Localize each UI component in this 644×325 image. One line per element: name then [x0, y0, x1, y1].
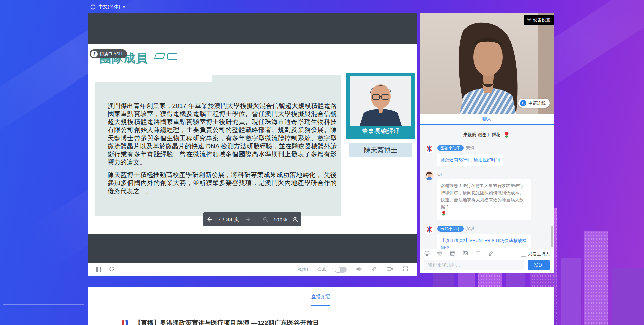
gift-notice: 朱巍巍 赠送了 鲜花 — [425, 131, 549, 139]
username: GF — [437, 172, 443, 177]
zoom-out-button[interactable] — [262, 216, 269, 223]
assistant-avatar-icon — [425, 225, 434, 234]
slide-decor-icon — [167, 53, 177, 60]
gear-icon — [527, 17, 531, 23]
bg-glow-line — [13, 312, 74, 312]
username: 安琪 — [466, 145, 474, 151]
bio-text-panel: 澳門傑出青年創業家，2017 年畢業於澳門大學模擬與混合信號超大規模積體電路國家… — [95, 75, 341, 216]
request-connect-button[interactable]: 申请连线 — [518, 99, 550, 108]
chat-message: 医谷小助手 安琪 路演还有5分钟，请把握好时间 — [425, 144, 549, 166]
flash-icon: f — [91, 51, 98, 57]
bg-glow-line — [3, 304, 84, 305]
line-select[interactable]: 线路1 — [298, 267, 309, 273]
organizer-logo-icon — [121, 319, 128, 325]
assistant-badge: 医谷小助手 — [437, 226, 464, 232]
message-bubble: 【项目路演2】VHUNTER S 现场快速核酸检测仪 — [437, 234, 531, 249]
pen-icon[interactable] — [488, 250, 494, 258]
zoom-in-button[interactable] — [292, 216, 299, 223]
chat-panel: 聊天 朱巍巍 赠送了 鲜花 医谷小助手 安琪 路演还有5分钟 — [420, 114, 554, 273]
stream-title: 【直播】奥港澳政策宣讲与医疗项目路演 —122期广东医谷开放日 — [135, 319, 319, 325]
speaker-portrait — [350, 76, 411, 126]
image-icon[interactable] — [462, 250, 468, 258]
webcast-page: 中文(简体) f 切换FLASH 團隊成員 澳門傑出青年創業家，2017 年畢業… — [0, 0, 644, 325]
message-bubble: 谢谢施总！医疗AI需要大量的有效数据进行持续训练，请问觅光团队如何做到低成本、快… — [437, 179, 531, 220]
caret-down-icon — [122, 6, 126, 8]
rose-icon — [503, 131, 511, 139]
rose-icon — [441, 210, 447, 216]
info-tab-bar: 直播介绍 — [88, 287, 554, 306]
gift-notice-text: 朱巍巍 赠送了 鲜花 — [463, 132, 500, 138]
chat-tab: 聊天 — [420, 114, 554, 125]
chat-message: 医谷小助手 安琪 【项目路演2】VHUNTER S 现场快速核酸检测仪 — [425, 225, 549, 249]
speaker-name: 陳天藍博士 — [349, 143, 412, 157]
user-avatar-icon — [425, 171, 434, 180]
presenter-video: 设备设置 申请连线 — [420, 13, 554, 114]
fullscreen-icon[interactable] — [402, 266, 409, 273]
next-page-button[interactable] — [244, 216, 252, 223]
camera-icon[interactable] — [386, 265, 393, 274]
tab-live-intro[interactable]: 直播介绍 — [310, 287, 331, 306]
only-host-label: 只看主持人 — [528, 251, 550, 257]
card-icon[interactable] — [475, 250, 481, 258]
bio-text: 澳門傑出青年創業家，2017 年畢業於澳門大學模擬與混合信號超大規模積體電路國家… — [108, 102, 337, 195]
danmaku-toggle[interactable] — [335, 267, 347, 273]
refresh-button[interactable] — [109, 266, 115, 273]
zoom-level: 100% — [273, 217, 287, 222]
assistant-avatar-icon — [425, 144, 434, 153]
slide-pagination-bar: 7 / 33 页 | 100% — [203, 212, 301, 226]
speaker-title: 董事長總經理 — [346, 127, 415, 136]
username: 安琪 — [466, 226, 474, 232]
player-control-bar: 线路1 弹幕 — [88, 263, 417, 276]
assistant-badge: 医谷小助手 — [437, 145, 464, 151]
stream-info-section: 直播介绍 【直播】奥港澳政策宣讲与医疗项目路演 —122期广东医谷开放日 — [88, 287, 554, 325]
chat-input-row: 发送 — [420, 259, 554, 273]
speaker-photo-card: 董事長總經理 — [346, 73, 415, 139]
chat-toolbar: 只看主持人 — [420, 249, 554, 259]
only-host-checkbox[interactable] — [521, 252, 526, 257]
chat-input[interactable] — [424, 260, 524, 270]
switch-flash-button[interactable]: f 切换FLASH — [90, 49, 127, 58]
page-indicator: 7 / 33 页 — [218, 216, 240, 223]
switch-line-icon[interactable] — [371, 266, 378, 274]
request-connect-label: 申请连线 — [528, 100, 546, 106]
pagination-divider: | — [256, 217, 258, 222]
prev-page-button[interactable] — [206, 216, 213, 223]
gift-box-icon[interactable] — [449, 250, 455, 258]
switch-flash-label: 切换FLASH — [100, 51, 122, 57]
live-panel: 设备设置 申请连线 聊天 朱巍巍 赠送了 鲜花 — [420, 13, 554, 273]
stream-title-row: 【直播】奥港澳政策宣讲与医疗项目路演 —122期广东医谷开放日 — [88, 306, 554, 325]
language-label: 中文(简体) — [98, 4, 120, 10]
chat-message: GF 谢谢施总！医疗AI需要大量的有效数据进行持续训练，请问觅光团队如何做到低成… — [425, 171, 549, 220]
flower-gift-icon[interactable] — [437, 250, 443, 258]
slide-decor-icon — [154, 53, 165, 59]
volume-icon[interactable] — [356, 266, 362, 274]
device-settings-label: 设备设置 — [533, 17, 550, 23]
language-selector[interactable]: 中文(简体) — [90, 3, 126, 11]
slide-canvas: 團隊成員 澳門傑出青年創業家，2017 年畢業於澳門大學模擬與混合信號超大規模積… — [88, 44, 417, 234]
message-bubble: 路演还有5分钟，请把握好时间 — [437, 154, 503, 166]
device-settings-button[interactable]: 设备设置 — [524, 15, 554, 25]
phone-icon — [520, 100, 526, 106]
chat-scrollbar[interactable] — [551, 226, 553, 247]
danmaku-label: 弹幕 — [317, 267, 326, 273]
pause-button[interactable] — [96, 267, 101, 272]
bio-paragraph: 陳天藍博士積極推動高校產學研創新發展，將科研專案成果成功落地轉化， 先後參加多個… — [108, 171, 337, 195]
globe-icon — [90, 4, 96, 10]
bio-paragraph: 澳門傑出青年創業家，2017 年畢業於澳門大學模擬與混合信號超大規模積體電路國家… — [108, 102, 337, 166]
send-button[interactable]: 发送 — [528, 260, 550, 270]
chat-message-list: 朱巍巍 赠送了 鲜花 医谷小助手 安琪 路演还有5分钟，请把握好时间 — [420, 125, 554, 249]
emoji-icon[interactable] — [424, 250, 430, 258]
bio-panel-notch — [95, 75, 212, 82]
slide-player: f 切换FLASH 團隊成員 澳門傑出青年創業家，2017 年畢業於澳門大學模擬… — [88, 13, 417, 276]
